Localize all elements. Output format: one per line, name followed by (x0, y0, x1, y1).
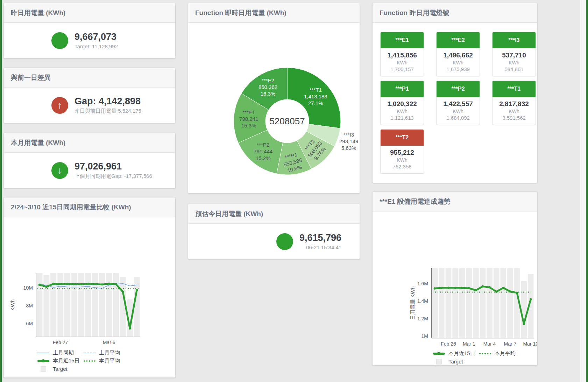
trend-chart: 1M1.2M1.4M1.6M日用電量 KWhFeb 26Mar 1Mar 4Ma… (373, 211, 537, 348)
stat-text: 97,026,961 上個月同期用電Gap: -17,377,566 (75, 161, 152, 180)
trend-legend: 本月近15日本月平均Target (433, 349, 537, 366)
status-circle-green (276, 233, 293, 250)
trend-chart-body: 1M1.2M1.4M1.6M日用電量 KWhFeb 26Mar 1Mar 4Ma… (373, 211, 537, 365)
legend-item-上月同期[interactable]: 上月同期 (37, 349, 84, 356)
panel-title: 預估今日用電量 (KWh) (188, 204, 360, 224)
donut-center-total: 5208057 (269, 116, 305, 126)
legend-item-本月平均[interactable]: 本月平均 (479, 350, 516, 357)
legend-label: 本月平均 (99, 357, 120, 364)
legend-label: 上月同期 (53, 349, 74, 356)
tile-unit: KWh (382, 60, 422, 65)
legend-row: Target (433, 357, 537, 366)
legend-item-本月近15日[interactable]: 本月近15日 (433, 350, 479, 357)
page-right-edge (586, 0, 588, 382)
month-subtitle: 上個月同期用電Gap: -17,377,566 (75, 173, 152, 180)
panel-month-usage: 本月用電量 (KWh) ↓ 97,026,961 上個月同期用電Gap: -17… (3, 133, 176, 188)
legend-item-Target[interactable]: Target (37, 366, 68, 372)
tile-value: 2,817,832 (494, 100, 534, 108)
panel-estimate-today: 預估今日用電量 (KWh) 9,615,796 06-21 15:34:41 (188, 204, 360, 259)
tile-value: 1,020,322 (382, 100, 422, 108)
tile-target: 3,591,562 (494, 115, 534, 121)
svg-text:KWh: KWh (9, 299, 15, 311)
legend-item-本月近15日[interactable]: 本月近15日 (37, 357, 84, 364)
svg-text:8M: 8M (26, 303, 33, 308)
legend-swatch-dots (479, 350, 491, 357)
tile-***E1: ***E11,415,856KWh1,700,157 (380, 32, 424, 76)
tile-unit: KWh (494, 109, 534, 114)
svg-text:1.6M: 1.6M (417, 281, 428, 286)
tile-status-header: ***I3 (493, 32, 536, 48)
legend-label: 本月近15日 (53, 357, 80, 364)
panel-title: Function 即時日用電量 (KWh) (188, 3, 360, 23)
tile-target: 1,700,157 (382, 66, 422, 72)
legend-item-本月平均[interactable]: 本月平均 (84, 357, 120, 364)
compare-chart-body: 6M8M10MKWhFeb 27Mar 6 上月同期上月平均本月近15日本月平均… (4, 217, 175, 377)
stat-text: 9,667,073 Target: 11,128,992 (75, 32, 118, 49)
arrow-up-icon: ↑ (51, 97, 68, 114)
panel-realtime-donut: Function 即時日用電量 (KWh) ***T11,413,18327.1… (188, 3, 360, 194)
svg-text:6M: 6M (26, 321, 33, 326)
tile-body: 1,020,322KWh1,121,613 (381, 97, 424, 125)
tile-***I3: ***I3537,710KWh584,861 (492, 32, 536, 76)
tile-status-header: ***T1 (493, 81, 536, 97)
tiles-body: ***E11,415,856KWh1,700,157***E21,496,662… (373, 23, 537, 183)
svg-text:Feb 26: Feb 26 (441, 341, 456, 347)
status-circle-green (51, 32, 68, 49)
svg-text:1.2M: 1.2M (417, 316, 428, 321)
legend-row: Target (37, 365, 175, 373)
svg-text:Mar 1: Mar 1 (463, 341, 475, 347)
scrollbar-track[interactable] (580, 0, 586, 382)
svg-text:1.4M: 1.4M (417, 298, 428, 304)
tile-unit: KWh (382, 157, 422, 163)
estimate-timestamp: 06-21 15:34:41 (299, 244, 341, 250)
legend-swatch-dash (84, 350, 95, 356)
panel-title: 昨日用電量 (KWh) (4, 3, 175, 23)
panel-yesterday-usage: 昨日用電量 (KWh) 9,667,073 Target: 11,128,992 (3, 3, 176, 58)
tile-value: 1,415,856 (382, 51, 422, 59)
legend-item-Target[interactable]: Target (433, 359, 463, 365)
tile-body: 2,817,832KWh3,591,562 (493, 97, 536, 125)
legend-item-上月平均[interactable]: 上月平均 (84, 349, 120, 356)
donut-svg: ***T11,413,18327.1%***I3293,1495.63%***T… (188, 23, 360, 193)
tile-status-header: ***T2 (381, 130, 424, 146)
tile-status-header: ***E2 (437, 32, 480, 48)
legend-swatch-dots (84, 358, 95, 364)
tile-***E2: ***E21,496,662KWh1,675,939 (436, 32, 480, 76)
legend-row: 本月近15日本月平均 (37, 357, 175, 365)
legend-label: 本月近15日 (448, 350, 475, 357)
middle-column: Function 即時日用電量 (KWh) ***T11,413,18327.1… (188, 3, 360, 259)
tile-unit: KWh (438, 109, 478, 114)
tile-unit: KWh (382, 109, 422, 114)
estimate-stat: 9,615,796 06-21 15:34:41 (188, 224, 360, 259)
compare-chart-svg: 6M8M10MKWhFeb 27Mar 6 (4, 217, 175, 346)
panel-title: 本月用電量 (KWh) (4, 133, 175, 153)
tile-value: 537,710 (494, 51, 534, 59)
tile-body: 537,710KWh584,861 (493, 48, 536, 76)
tile-status-header: ***P1 (381, 81, 424, 97)
compare-chart: 6M8M10MKWhFeb 27Mar 6 (4, 217, 175, 346)
estimate-value: 9,615,796 (299, 232, 341, 243)
dashboard-page: { "page": { "background": "#e9e9e9", "ed… (0, 0, 588, 382)
legend-label: Target (53, 366, 68, 372)
svg-text:Mar 7: Mar 7 (504, 341, 517, 347)
legend-row: 本月近15日本月平均 (433, 349, 537, 357)
tile-***P2: ***P21,422,557KWh1,684,092 (436, 81, 480, 125)
left-column: 昨日用電量 (KWh) 9,667,073 Target: 11,128,992… (3, 3, 176, 378)
month-value: 97,026,961 (75, 161, 152, 172)
panel-title: 2/24~3/10 近15日同期用電量比較 (KWh) (4, 197, 175, 217)
svg-text:Feb 27: Feb 27 (53, 340, 68, 345)
stat-text: 9,615,796 06-21 15:34:41 (299, 232, 341, 250)
yesterday-stat: 9,667,073 Target: 11,128,992 (4, 23, 175, 58)
tile-body: 1,422,557KWh1,684,092 (437, 97, 480, 125)
tile-grid: ***E11,415,856KWh1,700,157***E21,496,662… (380, 32, 530, 174)
tile-***P1: ***P11,020,322KWh1,121,613 (380, 81, 424, 125)
donut-label-***I3: ***I3293,1495.63% (339, 132, 358, 151)
tile-target: 1,121,613 (382, 115, 422, 121)
tile-body: 1,415,856KWh1,700,157 (381, 48, 424, 76)
stat-text: Gap: 4,142,898 昨日與前日用電量 5,524,175 (75, 96, 141, 114)
tile-target: 762,358 (382, 164, 422, 169)
target-bars (432, 268, 533, 338)
tile-target: 1,684,092 (438, 115, 478, 121)
panel-title: ***E1 設備用電達成趨勢 (373, 192, 537, 211)
legend-label: 本月平均 (495, 350, 516, 357)
